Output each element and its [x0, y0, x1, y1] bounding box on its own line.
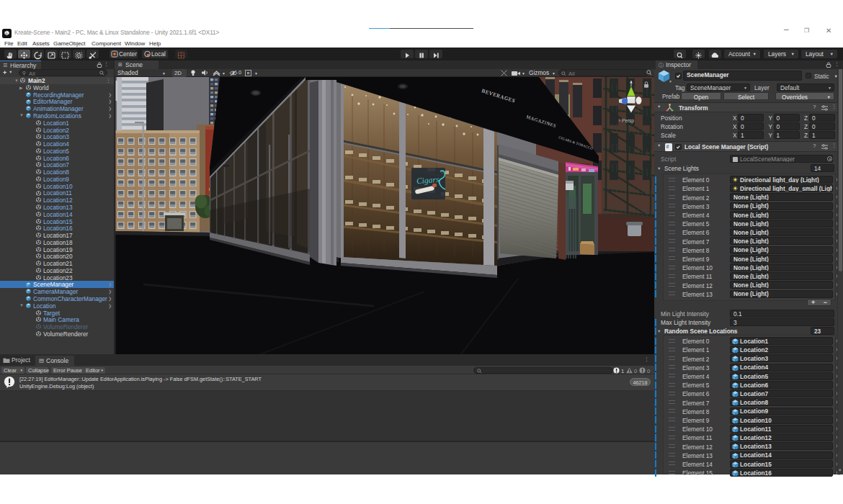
svg-text:‹ Persp: ‹ Persp — [619, 118, 634, 124]
